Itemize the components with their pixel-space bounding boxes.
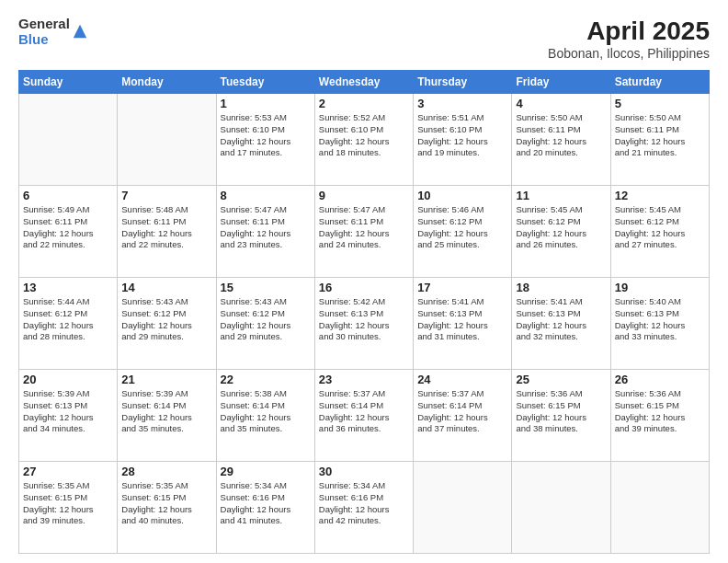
day-info: Sunrise: 5:51 AM Sunset: 6:10 PM Dayligh…: [417, 112, 507, 159]
day-info: Sunrise: 5:42 AM Sunset: 6:13 PM Dayligh…: [319, 296, 409, 343]
day-info: Sunrise: 5:40 AM Sunset: 6:13 PM Dayligh…: [615, 296, 705, 343]
day-info: Sunrise: 5:48 AM Sunset: 6:11 PM Dayligh…: [121, 204, 211, 251]
day-info: Sunrise: 5:50 AM Sunset: 6:11 PM Dayligh…: [516, 112, 606, 159]
day-number: 23: [319, 373, 409, 386]
calendar-cell: 11Sunrise: 5:45 AM Sunset: 6:12 PM Dayli…: [512, 186, 610, 278]
calendar-cell: 19Sunrise: 5:40 AM Sunset: 6:13 PM Dayli…: [610, 278, 709, 370]
calendar-cell: 12Sunrise: 5:45 AM Sunset: 6:12 PM Dayli…: [610, 186, 709, 278]
calendar-cell: 22Sunrise: 5:38 AM Sunset: 6:14 PM Dayli…: [216, 370, 314, 462]
day-number: 5: [615, 97, 705, 110]
logo-line1: General: [18, 17, 70, 32]
day-number: 7: [121, 189, 211, 202]
calendar-cell: 3Sunrise: 5:51 AM Sunset: 6:10 PM Daylig…: [414, 94, 512, 186]
day-number: 13: [23, 281, 113, 294]
day-number: 27: [23, 465, 113, 478]
day-number: 16: [319, 281, 409, 294]
day-info: Sunrise: 5:34 AM Sunset: 6:16 PM Dayligh…: [221, 480, 311, 527]
calendar-cell: 10Sunrise: 5:46 AM Sunset: 6:12 PM Dayli…: [414, 186, 512, 278]
calendar-cell: 2Sunrise: 5:52 AM Sunset: 6:10 PM Daylig…: [314, 94, 413, 186]
calendar-cell: 9Sunrise: 5:47 AM Sunset: 6:11 PM Daylig…: [314, 186, 413, 278]
calendar-cell: 4Sunrise: 5:50 AM Sunset: 6:11 PM Daylig…: [512, 94, 610, 186]
calendar-subtitle: Bobonan, Ilocos, Philippines: [548, 46, 710, 61]
calendar-cell: 16Sunrise: 5:42 AM Sunset: 6:13 PM Dayli…: [314, 278, 413, 370]
day-info: Sunrise: 5:39 AM Sunset: 6:14 PM Dayligh…: [121, 388, 211, 435]
calendar-cell: 26Sunrise: 5:36 AM Sunset: 6:15 PM Dayli…: [610, 370, 709, 462]
calendar-cell: [610, 462, 709, 554]
calendar-week-row: 20Sunrise: 5:39 AM Sunset: 6:13 PM Dayli…: [19, 370, 710, 462]
header-wednesday: Wednesday: [314, 71, 413, 94]
calendar-cell: 28Sunrise: 5:35 AM Sunset: 6:15 PM Dayli…: [118, 462, 216, 554]
day-info: Sunrise: 5:38 AM Sunset: 6:14 PM Dayligh…: [221, 388, 311, 435]
calendar-cell: 21Sunrise: 5:39 AM Sunset: 6:14 PM Dayli…: [118, 370, 216, 462]
day-number: 11: [516, 189, 606, 202]
calendar-cell: 23Sunrise: 5:37 AM Sunset: 6:14 PM Dayli…: [314, 370, 413, 462]
svg-marker-0: [74, 24, 86, 37]
calendar-cell: 5Sunrise: 5:50 AM Sunset: 6:11 PM Daylig…: [610, 94, 709, 186]
day-number: 28: [121, 465, 211, 478]
calendar-cell: 15Sunrise: 5:43 AM Sunset: 6:12 PM Dayli…: [216, 278, 314, 370]
day-number: 18: [516, 281, 606, 294]
day-number: 9: [319, 189, 409, 202]
day-info: Sunrise: 5:43 AM Sunset: 6:12 PM Dayligh…: [221, 296, 311, 343]
calendar-cell: [512, 462, 610, 554]
day-number: 19: [615, 281, 705, 294]
day-number: 24: [417, 373, 507, 386]
day-info: Sunrise: 5:47 AM Sunset: 6:11 PM Dayligh…: [221, 204, 311, 251]
calendar-week-row: 13Sunrise: 5:44 AM Sunset: 6:12 PM Dayli…: [19, 278, 710, 370]
day-info: Sunrise: 5:41 AM Sunset: 6:13 PM Dayligh…: [417, 296, 507, 343]
day-info: Sunrise: 5:35 AM Sunset: 6:15 PM Dayligh…: [23, 480, 113, 527]
day-number: 3: [417, 97, 507, 110]
calendar-cell: 27Sunrise: 5:35 AM Sunset: 6:15 PM Dayli…: [19, 462, 118, 554]
calendar-week-row: 6Sunrise: 5:49 AM Sunset: 6:11 PM Daylig…: [19, 186, 710, 278]
day-info: Sunrise: 5:46 AM Sunset: 6:12 PM Dayligh…: [417, 204, 507, 251]
day-info: Sunrise: 5:45 AM Sunset: 6:12 PM Dayligh…: [615, 204, 705, 251]
day-info: Sunrise: 5:52 AM Sunset: 6:10 PM Dayligh…: [319, 112, 409, 159]
day-info: Sunrise: 5:44 AM Sunset: 6:12 PM Dayligh…: [23, 296, 113, 343]
day-number: 22: [221, 373, 311, 386]
day-info: Sunrise: 5:34 AM Sunset: 6:16 PM Dayligh…: [319, 480, 409, 527]
day-info: Sunrise: 5:41 AM Sunset: 6:13 PM Dayligh…: [516, 296, 606, 343]
day-info: Sunrise: 5:47 AM Sunset: 6:11 PM Dayligh…: [319, 204, 409, 251]
day-info: Sunrise: 5:36 AM Sunset: 6:15 PM Dayligh…: [615, 388, 705, 435]
day-number: 20: [23, 373, 113, 386]
title-block: April 2025 Bobonan, Ilocos, Philippines: [548, 17, 710, 61]
calendar-week-row: 1Sunrise: 5:53 AM Sunset: 6:10 PM Daylig…: [19, 94, 710, 186]
day-info: Sunrise: 5:35 AM Sunset: 6:15 PM Dayligh…: [121, 480, 211, 527]
logo-line2: Blue: [18, 32, 70, 48]
day-number: 30: [319, 465, 409, 478]
logo-icon: [72, 23, 88, 40]
day-number: 21: [121, 373, 211, 386]
day-number: 1: [221, 97, 311, 110]
day-number: 8: [221, 189, 311, 202]
calendar-table: Sunday Monday Tuesday Wednesday Thursday…: [18, 70, 710, 554]
day-number: 17: [417, 281, 507, 294]
day-info: Sunrise: 5:49 AM Sunset: 6:11 PM Dayligh…: [23, 204, 113, 251]
calendar-cell: [414, 462, 512, 554]
header: General Blue April 2025 Bobonan, Ilocos,…: [18, 17, 710, 61]
calendar-cell: 14Sunrise: 5:43 AM Sunset: 6:12 PM Dayli…: [118, 278, 216, 370]
logo: General Blue: [18, 17, 88, 47]
calendar-cell: 30Sunrise: 5:34 AM Sunset: 6:16 PM Dayli…: [314, 462, 413, 554]
day-number: 26: [615, 373, 705, 386]
header-thursday: Thursday: [414, 71, 512, 94]
day-number: 25: [516, 373, 606, 386]
header-sunday: Sunday: [19, 71, 118, 94]
day-number: 10: [417, 189, 507, 202]
calendar-cell: 18Sunrise: 5:41 AM Sunset: 6:13 PM Dayli…: [512, 278, 610, 370]
calendar-cell: [118, 94, 216, 186]
day-number: 2: [319, 97, 409, 110]
header-monday: Monday: [118, 71, 216, 94]
logo-text: General Blue: [18, 17, 70, 47]
calendar-cell: 7Sunrise: 5:48 AM Sunset: 6:11 PM Daylig…: [118, 186, 216, 278]
day-number: 4: [516, 97, 606, 110]
calendar-cell: 25Sunrise: 5:36 AM Sunset: 6:15 PM Dayli…: [512, 370, 610, 462]
day-info: Sunrise: 5:39 AM Sunset: 6:13 PM Dayligh…: [23, 388, 113, 435]
day-number: 15: [221, 281, 311, 294]
day-info: Sunrise: 5:50 AM Sunset: 6:11 PM Dayligh…: [615, 112, 705, 159]
calendar-week-row: 27Sunrise: 5:35 AM Sunset: 6:15 PM Dayli…: [19, 462, 710, 554]
calendar-cell: 29Sunrise: 5:34 AM Sunset: 6:16 PM Dayli…: [216, 462, 314, 554]
header-saturday: Saturday: [610, 71, 709, 94]
calendar-cell: 17Sunrise: 5:41 AM Sunset: 6:13 PM Dayli…: [414, 278, 512, 370]
header-tuesday: Tuesday: [216, 71, 314, 94]
day-info: Sunrise: 5:36 AM Sunset: 6:15 PM Dayligh…: [516, 388, 606, 435]
